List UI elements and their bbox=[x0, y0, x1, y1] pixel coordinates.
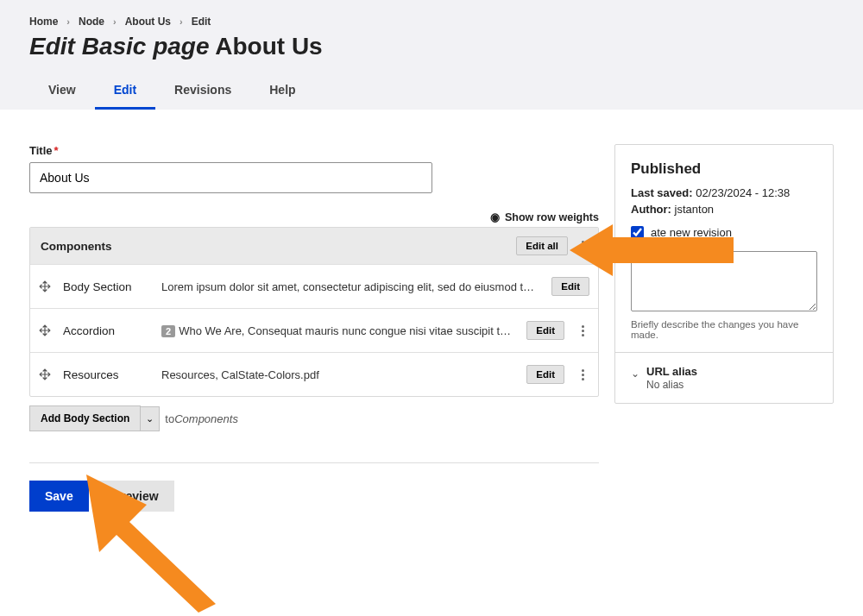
component-summary: Resources, CalState-Colors.pdf bbox=[161, 368, 514, 381]
count-badge: 2 bbox=[161, 325, 175, 337]
url-alias-toggle[interactable]: ⌄ URL alias No alias bbox=[615, 352, 833, 403]
preview-button[interactable]: Preview bbox=[98, 481, 174, 512]
component-name: Accordion bbox=[63, 324, 149, 337]
breadcrumb-home[interactable]: Home bbox=[29, 16, 58, 28]
components-menu-icon[interactable] bbox=[576, 237, 589, 255]
divider bbox=[29, 462, 599, 463]
row-menu-icon[interactable] bbox=[576, 322, 589, 340]
save-button[interactable]: Save bbox=[29, 481, 89, 512]
create-new-revision-checkbox[interactable]: ate new revision bbox=[631, 226, 817, 239]
revision-checkbox-label: ate new revision bbox=[651, 226, 732, 239]
add-suffix-text: toComponents bbox=[165, 412, 238, 425]
component-name: Body Section bbox=[63, 280, 149, 293]
chevron-right-icon: › bbox=[66, 16, 70, 27]
chevron-right-icon: › bbox=[180, 16, 183, 27]
show-row-weights-toggle[interactable]: ◉ Show row weights bbox=[29, 211, 599, 223]
drag-handle-icon[interactable] bbox=[39, 368, 51, 380]
breadcrumb-current: Edit bbox=[192, 16, 211, 28]
revision-log-textarea[interactable] bbox=[631, 251, 817, 311]
edit-all-button[interactable]: Edit all bbox=[516, 236, 568, 255]
tab-revisions[interactable]: Revisions bbox=[155, 74, 250, 110]
title-label: Title* bbox=[29, 144, 599, 157]
add-body-section-button[interactable]: Add Body Section bbox=[29, 405, 141, 431]
url-alias-subtitle: No alias bbox=[646, 379, 697, 391]
sidebar: Published Last saved: 02/23/2024 - 12:38… bbox=[614, 144, 834, 404]
tab-view[interactable]: View bbox=[29, 74, 95, 110]
add-dropdown-toggle[interactable]: ⌄ bbox=[141, 406, 160, 431]
tab-help[interactable]: Help bbox=[250, 74, 314, 110]
drag-handle-icon[interactable] bbox=[39, 280, 51, 292]
row-menu-icon[interactable] bbox=[576, 366, 589, 384]
title-input[interactable] bbox=[29, 162, 432, 193]
edit-button[interactable]: Edit bbox=[551, 277, 589, 296]
breadcrumb-about-us[interactable]: About Us bbox=[125, 16, 171, 28]
component-name: Resources bbox=[63, 368, 149, 381]
eye-icon: ◉ bbox=[490, 211, 500, 223]
component-row-body-section: Body Section Lorem ipsum dolor sit amet,… bbox=[30, 264, 598, 308]
drag-handle-icon[interactable] bbox=[39, 324, 51, 336]
edit-button[interactable]: Edit bbox=[526, 321, 564, 340]
component-summary: 2Who We Are, Consequat mauris nunc congu… bbox=[161, 324, 514, 337]
components-table: Components Edit all Body Section Lorem i… bbox=[29, 227, 599, 397]
chevron-down-icon: ⌄ bbox=[146, 413, 154, 424]
edit-button[interactable]: Edit bbox=[526, 365, 564, 384]
revision-checkbox-input[interactable] bbox=[631, 226, 644, 239]
last-saved: Last saved: 02/23/2024 - 12:38 bbox=[631, 186, 817, 199]
chevron-right-icon: › bbox=[113, 16, 117, 27]
component-summary: Lorem ipsum dolor sit amet, consectetur … bbox=[161, 280, 539, 293]
chevron-down-icon: ⌄ bbox=[631, 365, 639, 380]
tab-edit[interactable]: Edit bbox=[95, 74, 155, 110]
url-alias-title: URL alias bbox=[646, 365, 697, 378]
component-row-resources: Resources Resources, CalState-Colors.pdf… bbox=[30, 352, 598, 396]
breadcrumb-node[interactable]: Node bbox=[79, 16, 104, 28]
component-row-accordion: Accordion 2Who We Are, Consequat mauris … bbox=[30, 308, 598, 352]
breadcrumb: Home › Node › About Us › Edit bbox=[29, 16, 834, 28]
primary-tabs: View Edit Revisions Help bbox=[29, 74, 834, 110]
published-heading: Published bbox=[631, 160, 817, 178]
author: Author: jstanton bbox=[631, 203, 817, 216]
page-title: Edit Basic page About Us bbox=[29, 33, 834, 60]
revision-help-text: Briefly describe the changes you have ma… bbox=[631, 319, 817, 340]
components-heading: Components bbox=[41, 240, 112, 253]
